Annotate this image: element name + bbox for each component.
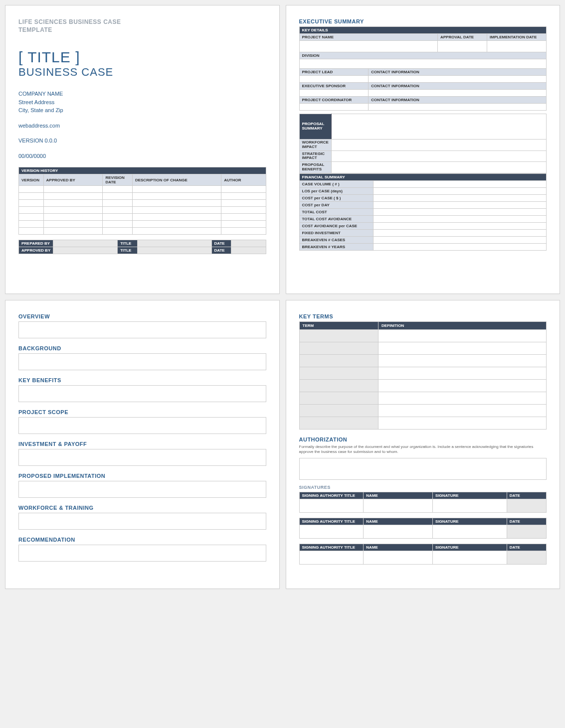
division-field[interactable] <box>299 59 547 69</box>
sig-name-field[interactable] <box>364 551 433 564</box>
street-address: Street Address <box>18 98 266 107</box>
project-scope-field[interactable] <box>18 417 266 434</box>
prepared-by-field[interactable] <box>53 240 118 247</box>
exec-summary-heading: EXECUTIVE SUMMARY <box>299 18 547 24</box>
sig-authority-field[interactable] <box>299 525 364 538</box>
table-row <box>19 207 266 214</box>
sig-signature-field[interactable] <box>433 551 507 564</box>
impl-date-field[interactable] <box>487 41 547 52</box>
sig-authority-field[interactable] <box>299 551 364 564</box>
doc-label-line2: TEMPLATE <box>18 26 266 34</box>
fin-breakeven-years: BREAKEVEN # YEARS <box>299 243 374 250</box>
sig-name-field[interactable] <box>364 525 433 538</box>
contact-field-1[interactable] <box>369 76 547 83</box>
exec-sponsor-field[interactable] <box>299 90 369 97</box>
sig-signature-field[interactable] <box>433 499 507 512</box>
financial-summary-table: FINANCIAL SUMMARY CASE VOLUME ( # ) LOS … <box>299 173 547 251</box>
date-field-1[interactable] <box>231 240 266 247</box>
table-row <box>19 186 266 193</box>
approved-by-field[interactable] <box>53 247 118 254</box>
page-4: KEY TERMS TERMDEFINITION AUTHORIZATION F… <box>286 300 561 589</box>
contact-field-2[interactable] <box>369 90 547 97</box>
sig-date-field[interactable] <box>507 525 546 538</box>
fin-case-volume: CASE VOLUME ( # ) <box>299 180 374 187</box>
signoff-table: PREPARED BY TITLE DATE APPROVED BY TITLE… <box>18 240 266 254</box>
fin-avoidance-per-case-field[interactable] <box>374 222 547 229</box>
title-field-1[interactable] <box>137 240 211 247</box>
fin-fixed-investment-field[interactable] <box>374 229 547 236</box>
overview-heading: OVERVIEW <box>18 313 266 319</box>
page-1: LIFE SCIENCES BUSINESS CASE TEMPLATE [ T… <box>5 5 280 294</box>
key-details-table: KEY DETAILS PROJECT NAME APPROVAL DATE I… <box>299 26 547 111</box>
sig-date-field[interactable] <box>507 499 546 512</box>
signature-block-3: SIGNING AUTHORITY TITLE NAME SIGNATURE D… <box>299 544 547 565</box>
fin-breakeven-years-field[interactable] <box>374 243 547 250</box>
date-field-2[interactable] <box>231 247 266 254</box>
workforce-impact-label: WORKFORCE IMPACT <box>299 140 331 151</box>
approved-by-label: APPROVED BY <box>19 247 53 254</box>
key-benefits-heading: KEY BENEFITS <box>18 377 266 383</box>
col-revision-date: REVISION DATE <box>103 174 132 186</box>
sig-date-label: DATE <box>507 492 546 499</box>
table-row <box>299 330 547 342</box>
fin-cost-per-case-field[interactable] <box>374 194 547 201</box>
fin-avoidance-per-case: COST AVOIDANCE per CASE <box>299 222 374 229</box>
proposal-table: PROPOSAL SUMMARY WORKFORCE IMPACT STRATE… <box>299 114 547 173</box>
proposed-implementation-field[interactable] <box>18 481 266 498</box>
background-field[interactable] <box>18 353 266 370</box>
web-address: webaddress.com <box>18 122 266 130</box>
fin-cost-per-day-field[interactable] <box>374 201 547 208</box>
col-term: TERM <box>299 322 378 330</box>
overview-field[interactable] <box>18 321 266 338</box>
fin-breakeven-cases: BREAKEVEN # CASES <box>299 236 374 243</box>
strategic-impact-field[interactable] <box>331 150 546 162</box>
exec-sponsor-label: EXECUTIVE SPONSOR <box>299 83 369 90</box>
strategic-impact-label: STRATEGIC IMPACT <box>299 150 331 162</box>
workforce-training-field[interactable] <box>18 513 266 530</box>
fin-breakeven-cases-field[interactable] <box>374 236 547 243</box>
prepared-by-label: PREPARED BY <box>19 240 53 247</box>
title-field-2[interactable] <box>137 247 211 254</box>
contact-label-1: CONTACT INFORMATION <box>369 69 547 76</box>
recommendation-field[interactable] <box>18 545 266 562</box>
coordinator-label: PROJECT COORDINATOR <box>299 97 369 104</box>
sig-signature-label: SIGNATURE <box>433 518 507 525</box>
workforce-impact-field[interactable] <box>331 140 546 151</box>
fin-total-avoidance-field[interactable] <box>374 215 547 222</box>
sig-name-field[interactable] <box>364 499 433 512</box>
proposed-implementation-heading: PROPOSED IMPLEMENTATION <box>18 473 266 479</box>
sig-signature-field[interactable] <box>433 525 507 538</box>
sig-date-label: DATE <box>507 518 546 525</box>
investment-payoff-field[interactable] <box>18 449 266 466</box>
project-name-field[interactable] <box>299 41 438 52</box>
fin-los-field[interactable] <box>374 187 547 194</box>
workforce-training-heading: WORKFORCE & TRAINING <box>18 505 266 511</box>
doc-type-label: LIFE SCIENCES BUSINESS CASE TEMPLATE <box>18 18 266 34</box>
approval-date-field[interactable] <box>438 41 487 52</box>
table-row <box>299 405 547 417</box>
version-history-title: VERSION HISTORY <box>19 167 266 174</box>
coordinator-field[interactable] <box>299 104 369 111</box>
contact-field-3[interactable] <box>369 104 547 111</box>
project-scope-heading: PROJECT SCOPE <box>18 409 266 415</box>
proposal-summary-field[interactable] <box>331 114 546 140</box>
table-row <box>299 367 547 380</box>
key-benefits-field[interactable] <box>18 385 266 402</box>
proposal-benefits-field[interactable] <box>331 162 546 173</box>
table-row <box>19 228 266 235</box>
table-row <box>19 193 266 200</box>
project-lead-field[interactable] <box>299 76 369 83</box>
division-label: DIVISION <box>299 52 547 59</box>
table-row <box>299 417 547 430</box>
sig-authority-field[interactable] <box>299 499 364 512</box>
authorization-field[interactable] <box>299 458 547 480</box>
project-name-label: PROJECT NAME <box>299 34 438 41</box>
project-lead-label: PROJECT LEAD <box>299 69 369 76</box>
fin-case-volume-field[interactable] <box>374 180 547 187</box>
doc-label-line1: LIFE SCIENCES BUSINESS CASE <box>18 18 266 26</box>
title: [ TITLE ] <box>18 49 266 66</box>
sig-date-field[interactable] <box>507 551 546 564</box>
financial-summary-title: FINANCIAL SUMMARY <box>299 173 547 180</box>
fin-total-cost-field[interactable] <box>374 208 547 215</box>
col-description: DESCRIPTION OF CHANGE <box>132 174 221 186</box>
